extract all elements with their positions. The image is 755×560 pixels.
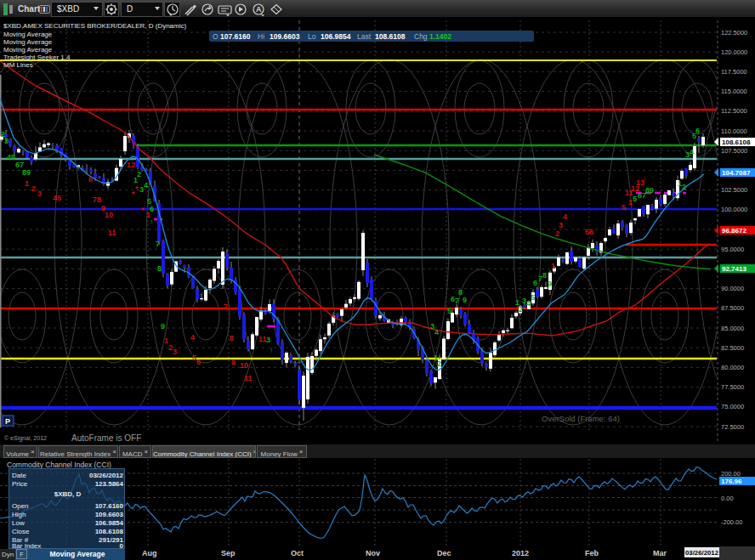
svg-text:0.00: 0.00 <box>721 495 734 502</box>
svg-text:200.00: 200.00 <box>721 470 741 478</box>
svg-text:-200.00: -200.00 <box>721 518 742 526</box>
svg-text:176.96: 176.96 <box>721 478 742 485</box>
